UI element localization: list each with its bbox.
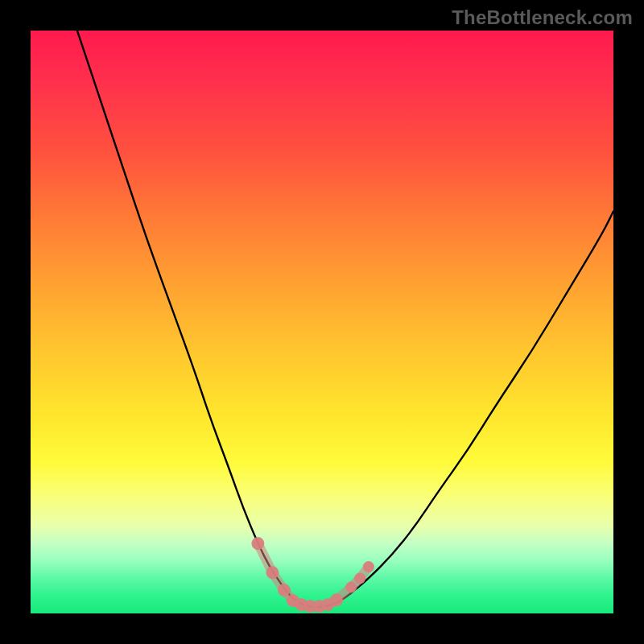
marker-dot	[354, 573, 365, 584]
marker-dot	[345, 581, 357, 592]
chart-svg	[31, 31, 613, 613]
marker-dot	[266, 566, 279, 579]
series-markers	[251, 537, 374, 613]
bottleneck-curve	[77, 31, 613, 607]
watermark-text: TheBottleneck.com	[452, 6, 633, 29]
series-curve	[77, 31, 613, 607]
marker-dot	[278, 584, 291, 597]
marker-dot	[330, 593, 343, 606]
chart-frame: TheBottleneck.com	[0, 0, 644, 644]
marker-dot	[251, 537, 264, 550]
plot-area	[31, 31, 613, 613]
marker-dot	[363, 561, 374, 572]
